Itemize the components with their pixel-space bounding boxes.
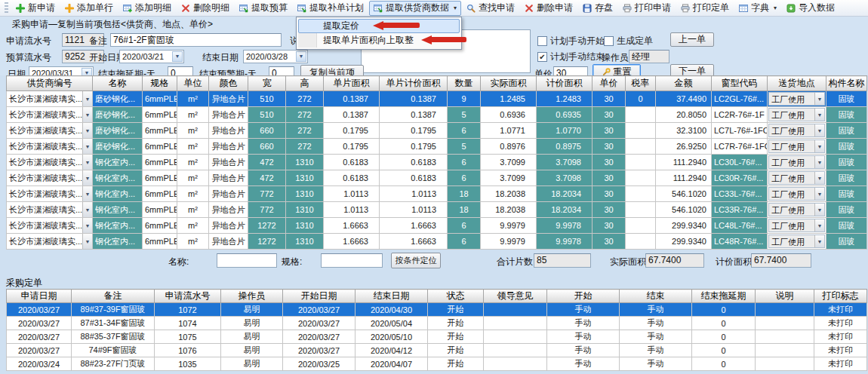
cell[interactable]: 异地合片 (209, 170, 248, 186)
cell[interactable]: 1.6663 (324, 218, 380, 234)
cell[interactable]: 开始 (428, 303, 484, 317)
cell[interactable]: 26.9250 (656, 139, 712, 155)
cell[interactable]: 299.9340 (656, 234, 712, 250)
cell[interactable]: 长沙市潇湘玻璃实...▼ (7, 107, 93, 123)
cell[interactable]: 未打印 (814, 317, 867, 330)
cell[interactable]: 异地合片 (209, 123, 248, 139)
chevron-down-icon[interactable]: ▼ (82, 107, 92, 122)
cell[interactable]: 20.8050 (656, 107, 712, 123)
cell[interactable]: 6 (448, 155, 481, 170)
start-date-combo[interactable]: 2020/03/21▼ (119, 50, 184, 63)
cell[interactable]: 1076 (155, 344, 221, 357)
chevron-down-icon[interactable]: ▼ (82, 170, 92, 185)
cell[interactable]: 固玻 (826, 155, 867, 170)
cell[interactable]: 2020/03/27 (7, 330, 72, 344)
cell[interactable]: 1.2483 (537, 91, 593, 107)
cell[interactable]: 546.1020 (656, 186, 712, 202)
cell[interactable] (626, 107, 656, 123)
cell[interactable]: 9.9978 (537, 234, 593, 250)
chevron-down-icon[interactable]: ▼ (814, 188, 824, 200)
cell[interactable]: 2020/03/27 (283, 344, 356, 357)
cell[interactable]: 5 (448, 139, 481, 155)
cell[interactable]: 异地合片 (209, 155, 248, 170)
cell[interactable] (626, 218, 656, 234)
cell[interactable]: 18 (448, 202, 481, 218)
chevron-down-icon[interactable]: ▼ (814, 204, 824, 216)
table-row[interactable]: 2020/03/2787#31-34F窗固玻1074易明2020/03/2720… (7, 317, 867, 330)
cell[interactable]: 6mmPLE... (143, 139, 177, 155)
cell[interactable] (626, 139, 656, 155)
cell[interactable]: 18.2034 (537, 186, 593, 202)
cell[interactable]: 工厂使用▼ (768, 139, 826, 155)
toolbar-button-print-request[interactable]: 打印申请 (618, 1, 676, 16)
cell[interactable]: 开始 (428, 357, 484, 371)
cell[interactable]: 0.6183 (380, 170, 448, 186)
toolbar-button-extract-budget[interactable]: 提取预算 (235, 1, 292, 16)
cell[interactable]: 18.2038 (481, 202, 537, 218)
cell[interactable]: 磨砂钢化... (93, 107, 143, 123)
cell[interactable]: 6mmPLE... (143, 123, 177, 139)
name-filter-input[interactable] (217, 253, 277, 268)
cell[interactable]: 2020/03/27 (7, 303, 72, 317)
cell[interactable]: 111.2940 (656, 170, 712, 186)
cell[interactable]: m² (177, 234, 209, 250)
cell[interactable] (626, 123, 656, 139)
cell[interactable] (756, 357, 814, 371)
cell[interactable]: 固玻 (826, 107, 867, 123)
cell[interactable]: 未打印 (814, 330, 867, 344)
cell[interactable]: 9.9978 (537, 218, 593, 234)
cell[interactable]: 0.6183 (324, 155, 380, 170)
cell[interactable]: 2020/05/04 (356, 317, 428, 330)
cell[interactable]: 30 (593, 202, 626, 218)
cell[interactable]: 长沙市潇湘玻璃实...▼ (7, 139, 93, 155)
cell[interactable] (756, 303, 814, 317)
toolbar-button-import-data[interactable]: 导入数据 (782, 1, 839, 16)
cell[interactable]: 87#31-34F窗固玻 (72, 317, 155, 330)
cell[interactable]: 磨砂钢化... (93, 91, 143, 107)
chevron-down-icon[interactable]: ▼ (814, 219, 824, 231)
chevron-down-icon[interactable]: ▼ (82, 202, 92, 217)
chevron-down-icon[interactable]: ▼ (814, 235, 824, 247)
toolbar-button-save[interactable]: 存盘 (578, 1, 617, 16)
toolbar-button-dictionary[interactable]: 字典▾ (734, 1, 781, 16)
generate-order-checkbox[interactable]: 生成定单 (604, 35, 653, 48)
cell[interactable]: 1272 (248, 234, 286, 250)
cell[interactable]: 手动 (547, 317, 620, 330)
cell[interactable]: 1272 (248, 218, 286, 234)
cell[interactable]: 1074 (155, 317, 221, 330)
cell[interactable]: 1310 (286, 155, 324, 170)
cell[interactable] (626, 234, 656, 250)
chevron-down-icon[interactable]: ▼ (82, 218, 92, 233)
cell[interactable]: m² (177, 91, 209, 107)
toolbar-button-extract-supplier-data[interactable]: 提取供货商数据▾ (369, 1, 461, 16)
cell[interactable]: 长沙市潇湘玻璃实...▼ (7, 170, 93, 186)
cell[interactable]: 472 (248, 155, 286, 170)
cell[interactable]: 未打印 (814, 344, 867, 357)
cell[interactable]: 30 (593, 123, 626, 139)
cell[interactable]: 工厂使用▼ (768, 218, 826, 234)
cell[interactable]: 工厂使用▼ (768, 155, 826, 170)
cell[interactable]: 0.1795 (324, 139, 380, 155)
cell[interactable]: 手动 (620, 357, 692, 371)
chevron-down-icon[interactable]: ▼ (814, 124, 824, 136)
cell[interactable]: 1072 (155, 303, 221, 317)
cell[interactable]: 6mmPLE... (143, 234, 177, 250)
cell[interactable]: 2020/03/27 (283, 317, 356, 330)
cell[interactable]: 6 (448, 123, 481, 139)
cell[interactable]: LC30L-76#... (712, 155, 768, 170)
cell[interactable]: 5 (448, 107, 481, 123)
cell[interactable]: 1.2485 (481, 91, 537, 107)
cell[interactable]: 磨砂钢化... (93, 123, 143, 139)
cell[interactable]: 易明 (221, 317, 283, 330)
locate-by-condition-button[interactable]: 按条件定位 (391, 253, 441, 268)
cell[interactable]: 30 (593, 234, 626, 250)
cell[interactable]: 18 (448, 186, 481, 202)
cell[interactable]: 3.7098 (537, 155, 593, 170)
cell[interactable]: 272 (286, 107, 324, 123)
cell[interactable]: 660 (248, 123, 286, 139)
cell[interactable]: 钢化室内... (93, 155, 143, 170)
cell[interactable]: 固玻 (826, 139, 867, 155)
cell[interactable]: 易明 (221, 303, 283, 317)
cell[interactable]: 1.6663 (380, 234, 448, 250)
cell[interactable]: 1.0113 (380, 186, 448, 202)
